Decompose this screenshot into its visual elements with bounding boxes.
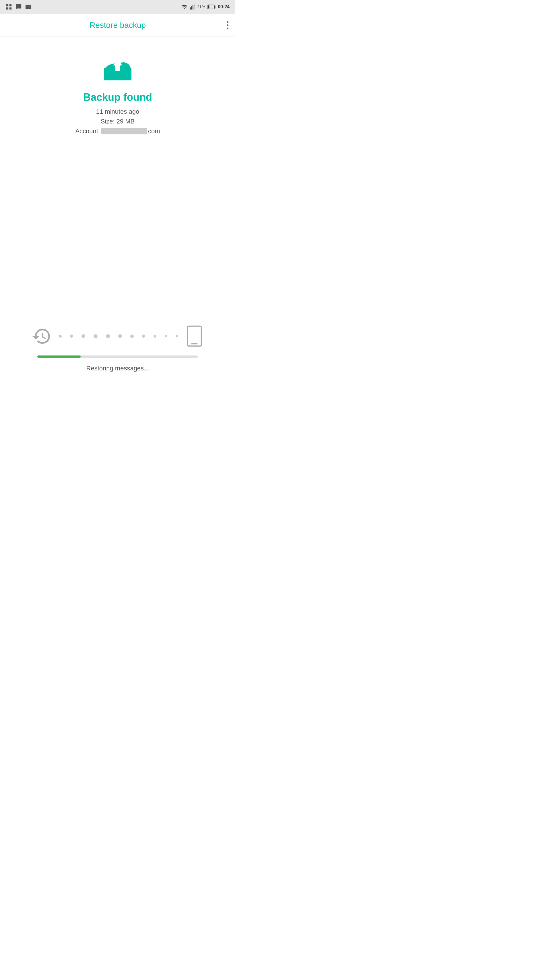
menu-dot-1 xyxy=(227,21,229,23)
account-info: Account: com xyxy=(75,127,160,135)
progress-bar-fill xyxy=(37,355,81,358)
dot-6 xyxy=(118,334,122,338)
more-text: ... xyxy=(35,4,39,10)
svg-rect-8 xyxy=(194,4,195,10)
time-ago-text: 11 minutes ago xyxy=(96,108,139,115)
svg-rect-7 xyxy=(192,5,194,10)
dot-8 xyxy=(142,334,145,338)
account-suffix: com xyxy=(148,127,160,135)
more-options-button[interactable] xyxy=(227,21,229,29)
svg-rect-2 xyxy=(6,8,8,10)
svg-rect-1 xyxy=(10,4,11,6)
account-prefix: Account: xyxy=(75,127,100,135)
main-content: Backup found 11 minutes ago Size: 29 MB … xyxy=(0,37,235,135)
dot-2 xyxy=(70,334,73,338)
dot-1 xyxy=(59,335,62,338)
restoring-text: Restoring messages... xyxy=(86,365,149,372)
dot-10 xyxy=(165,335,167,337)
menu-dot-2 xyxy=(227,24,229,26)
dots-track xyxy=(52,334,185,338)
dot-4 xyxy=(94,334,98,338)
progress-bar-container xyxy=(37,355,198,358)
page-title: Restore backup xyxy=(89,21,146,30)
status-bar: ... 21% 00:24 xyxy=(0,0,235,14)
status-bar-right: 21% 00:24 xyxy=(181,4,230,10)
transfer-animation xyxy=(32,325,204,347)
svg-rect-6 xyxy=(191,6,192,10)
menu-dot-3 xyxy=(227,27,229,29)
message-icon xyxy=(16,4,22,10)
phone-icon xyxy=(185,325,204,347)
wifi-icon xyxy=(181,4,187,10)
svg-rect-3 xyxy=(10,8,11,10)
svg-rect-10 xyxy=(215,6,216,8)
svg-rect-5 xyxy=(190,8,191,10)
svg-rect-0 xyxy=(6,4,8,6)
dot-5 xyxy=(106,334,110,338)
svg-rect-11 xyxy=(208,5,210,9)
transfer-section: Restoring messages... xyxy=(0,325,235,372)
history-icon xyxy=(32,326,52,346)
wallet-icon xyxy=(25,4,32,10)
gallery-icon xyxy=(6,4,12,10)
svg-rect-17 xyxy=(187,326,201,346)
dot-7 xyxy=(130,334,134,338)
time-display: 00:24 xyxy=(218,4,230,10)
dot-3 xyxy=(81,334,85,338)
backup-found-title: Backup found xyxy=(83,91,152,103)
signal-icon xyxy=(190,4,195,10)
dot-11 xyxy=(176,335,178,337)
battery-icon xyxy=(208,4,216,10)
cloud-upload-icon xyxy=(100,54,135,83)
battery-text: 21% xyxy=(197,5,205,9)
dot-9 xyxy=(154,335,156,338)
backup-size-text: Size: 29 MB xyxy=(101,118,135,125)
status-bar-left: ... xyxy=(6,4,39,10)
account-redacted-block xyxy=(101,128,147,134)
app-bar: Restore backup xyxy=(0,14,235,37)
